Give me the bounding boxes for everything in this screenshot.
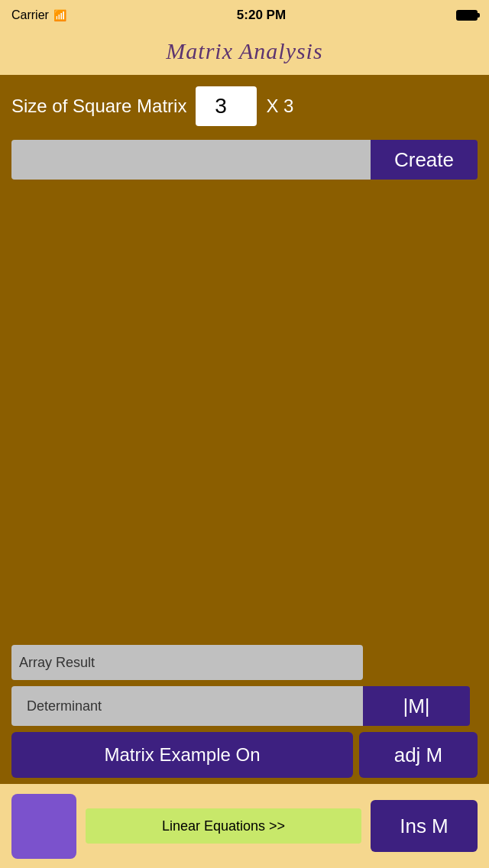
array-result-label: Array Result — [19, 655, 95, 671]
main-content: Size of Square Matrix X 3 Create — [0, 75, 489, 596]
controls-row: Create — [11, 140, 478, 180]
array-result-row: Array Result — [0, 645, 489, 680]
app-title: Matrix Analysis — [0, 38, 489, 64]
carrier-text: Carrier — [11, 8, 49, 22]
app-header: Matrix Analysis — [0, 31, 489, 75]
bottom-section: Array Result Determinant |M| Matrix Exam… — [0, 645, 489, 868]
matrix-content-area — [11, 180, 478, 585]
size-multiplier: X 3 — [266, 96, 293, 117]
linear-equations-button[interactable]: Linear Equations >> — [86, 808, 361, 844]
abs-m-button[interactable]: |M| — [363, 686, 470, 726]
purple-square-icon — [11, 794, 76, 859]
matrix-example-button[interactable]: Matrix Example On — [11, 732, 353, 778]
determinant-label: Determinant — [19, 686, 102, 726]
carrier-label: Carrier 📶 — [11, 8, 66, 22]
array-result-field: Array Result — [11, 645, 363, 680]
bottom-row: Linear Equations >> Ins M — [0, 784, 489, 868]
matrix-size-input[interactable] — [196, 86, 257, 126]
size-label: Size of Square Matrix — [11, 96, 186, 117]
time-label: 5:20 PM — [237, 8, 286, 23]
adj-m-button[interactable]: adj M — [359, 732, 478, 778]
matrix-example-row: Matrix Example On adj M — [0, 732, 489, 778]
determinant-field: Determinant — [11, 686, 363, 726]
status-bar: Carrier 📶 5:20 PM — [0, 0, 489, 31]
display-field — [11, 140, 371, 180]
create-button[interactable]: Create — [371, 140, 478, 180]
ins-m-button[interactable]: Ins M — [371, 800, 478, 852]
determinant-row: Determinant |M| — [0, 686, 489, 726]
battery-icon — [456, 10, 478, 21]
size-row: Size of Square Matrix X 3 — [11, 86, 478, 126]
wifi-icon: 📶 — [53, 9, 66, 21]
